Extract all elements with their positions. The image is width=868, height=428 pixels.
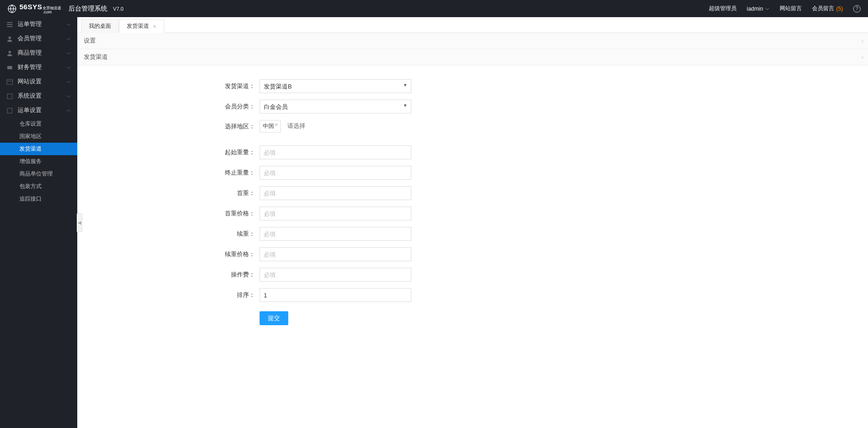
svg-rect-2 bbox=[7, 24, 12, 25]
topbar: 56SYS 全景物流通 .com 后台管理系统 V7.0 超级管理员 iadmi… bbox=[0, 0, 868, 17]
top-right: 超级管理员 iadmin 网站留言 会员留言 (5) ? bbox=[709, 5, 861, 13]
label-region: 选择地区： bbox=[77, 122, 260, 131]
region-tag-text: 中国 bbox=[263, 122, 274, 130]
select-channel[interactable]: 发货渠道B bbox=[260, 79, 411, 93]
list-icon bbox=[6, 21, 13, 28]
chevron-down-icon bbox=[66, 51, 71, 56]
sub-item-warehouse[interactable]: 仓库设置 bbox=[0, 118, 77, 130]
brand-suffix: .com bbox=[43, 10, 61, 14]
input-first-weight-price[interactable] bbox=[260, 207, 411, 220]
svg-point-5 bbox=[8, 50, 11, 53]
label-first-weight: 首重： bbox=[77, 189, 260, 197]
window-icon bbox=[6, 79, 13, 85]
close-icon[interactable]: × bbox=[153, 23, 156, 30]
user-menu[interactable]: iadmin bbox=[747, 6, 769, 12]
sidebar-item-finance[interactable]: 财务管理 bbox=[0, 60, 77, 75]
sub-item-country[interactable]: 国家地区 bbox=[0, 130, 77, 143]
svg-rect-6 bbox=[7, 66, 12, 69]
system-title: 后台管理系统 bbox=[68, 5, 107, 13]
label-first-weight-price: 首重价格： bbox=[77, 209, 260, 218]
sidebar-item-member[interactable]: 会员管理 bbox=[0, 31, 77, 46]
svg-rect-8 bbox=[7, 94, 12, 99]
sidebar-item-waybill-settings[interactable]: 运单设置 bbox=[0, 103, 77, 118]
label-channel: 发货渠道： bbox=[77, 82, 260, 90]
user-icon bbox=[6, 50, 13, 57]
chevron-down-icon bbox=[66, 94, 71, 99]
label-member-type: 会员分类： bbox=[77, 102, 260, 111]
sub-item-package[interactable]: 包装方式 bbox=[0, 180, 77, 193]
svg-point-4 bbox=[8, 36, 11, 38]
label-end-weight: 终止重量： bbox=[77, 169, 260, 177]
member-msg-count: (5) bbox=[836, 6, 843, 12]
sidebar-item-system[interactable]: 系统设置 bbox=[0, 89, 77, 103]
sidebar-label: 商品管理 bbox=[18, 49, 66, 57]
role-label: 超级管理员 bbox=[709, 5, 737, 13]
select-member-type[interactable]: 白金会员 bbox=[260, 100, 411, 113]
sidebar-label: 会员管理 bbox=[18, 35, 66, 43]
section-title: 发货渠道 bbox=[84, 53, 108, 61]
settings-icon bbox=[6, 107, 13, 114]
brand-main: 56SYS bbox=[19, 3, 42, 11]
site-message-link[interactable]: 网站留言 bbox=[780, 5, 802, 13]
chevron-down-icon bbox=[765, 6, 769, 11]
svg-rect-1 bbox=[7, 22, 12, 23]
sidebar: 运单管理 会员管理 商品管理 财务管理 网站设置 系统设置 bbox=[0, 17, 77, 428]
close-icon[interactable]: × bbox=[275, 122, 278, 127]
label-op-fee: 操作费： bbox=[77, 271, 260, 279]
sidebar-label: 运单设置 bbox=[18, 107, 66, 114]
region-tag[interactable]: 中国 × bbox=[260, 120, 281, 132]
sub-item-addon[interactable]: 增值服务 bbox=[0, 155, 77, 168]
input-end-weight[interactable] bbox=[260, 166, 411, 180]
sidebar-item-product[interactable]: 商品管理 bbox=[0, 46, 77, 60]
region-hint[interactable]: 请选择 bbox=[287, 122, 305, 129]
input-sort[interactable] bbox=[260, 288, 411, 302]
user-name: iadmin bbox=[747, 6, 763, 12]
main-content: ◀ 我的桌面 发货渠道 × 设置 › 发货渠道 › 发货渠道： 发货渠道B bbox=[77, 17, 868, 428]
tabs-bar: 我的桌面 发货渠道 × bbox=[77, 17, 868, 33]
svg-rect-9 bbox=[7, 108, 12, 113]
chevron-down-icon bbox=[66, 80, 71, 84]
help-icon[interactable]: ? bbox=[853, 5, 861, 13]
section-title: 设置 bbox=[84, 37, 96, 45]
sub-item-channel[interactable]: 发货渠道 bbox=[0, 143, 77, 155]
tab-desktop[interactable]: 我的桌面 bbox=[81, 19, 119, 33]
input-op-fee[interactable] bbox=[260, 268, 411, 282]
tab-label: 我的桌面 bbox=[89, 22, 111, 30]
globe-icon bbox=[7, 4, 17, 13]
section-channel[interactable]: 发货渠道 › bbox=[77, 49, 868, 65]
chevron-right-icon: › bbox=[862, 38, 863, 44]
sidebar-label: 运单管理 bbox=[18, 20, 66, 28]
label-cont-weight-price: 续重价格： bbox=[77, 250, 260, 258]
chevron-down-icon bbox=[66, 37, 71, 41]
sub-item-unit[interactable]: 商品单位管理 bbox=[0, 168, 77, 180]
user-icon bbox=[6, 36, 13, 42]
chevron-right-icon: › bbox=[862, 54, 863, 60]
input-cont-weight-price[interactable] bbox=[260, 247, 411, 261]
sub-item-track[interactable]: 追踪接口 bbox=[0, 193, 77, 205]
logo[interactable]: 56SYS 全景物流通 .com 后台管理系统 V7.0 bbox=[7, 3, 124, 14]
sidebar-collapse-handle[interactable]: ◀ bbox=[77, 214, 82, 232]
submit-button[interactable]: 提交 bbox=[260, 311, 288, 325]
sidebar-label: 网站设置 bbox=[18, 78, 66, 86]
svg-rect-7 bbox=[7, 79, 12, 84]
label-start-weight: 起始重量： bbox=[77, 148, 260, 157]
label-cont-weight: 续重： bbox=[77, 230, 260, 238]
input-first-weight[interactable] bbox=[260, 186, 411, 200]
chevron-down-icon bbox=[66, 65, 71, 70]
sidebar-item-website[interactable]: 网站设置 bbox=[0, 75, 77, 89]
section-settings[interactable]: 设置 › bbox=[77, 33, 868, 49]
input-start-weight[interactable] bbox=[260, 145, 411, 159]
tab-channel[interactable]: 发货渠道 × bbox=[119, 19, 164, 33]
input-cont-weight[interactable] bbox=[260, 227, 411, 241]
gear-icon bbox=[6, 93, 13, 100]
form-area: 发货渠道： 发货渠道B 会员分类： 白金会员 选择地区： bbox=[77, 65, 868, 428]
svg-rect-3 bbox=[7, 26, 12, 27]
member-msg-label: 会员留言 bbox=[812, 5, 834, 13]
label-sort: 排序： bbox=[77, 291, 260, 299]
sidebar-label: 系统设置 bbox=[18, 92, 66, 100]
sidebar-item-waybill[interactable]: 运单管理 bbox=[0, 17, 77, 31]
chevron-down-icon bbox=[66, 22, 71, 27]
money-icon bbox=[6, 64, 13, 71]
member-message-link[interactable]: 会员留言 (5) bbox=[812, 5, 843, 13]
version: V7.0 bbox=[113, 6, 124, 12]
